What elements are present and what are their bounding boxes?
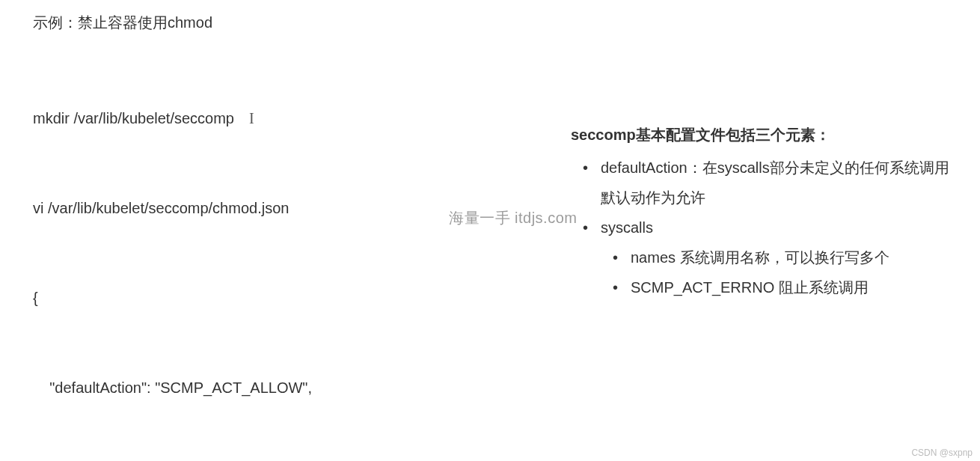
list-item: defaultAction：在syscalls部分未定义的任何系统调用默认动作为… xyxy=(571,153,960,213)
example-title: 示例：禁止容器使用chmod xyxy=(33,7,527,37)
json-line: "defaultAction": "SCMP_ACT_ALLOW", xyxy=(33,373,527,403)
code-line-vi: vi /var/lib/kubelet/seccomp/chmod.json xyxy=(33,193,527,223)
attribution-text: CSDN @sxpnp xyxy=(911,448,973,458)
explanation-heading: seccomp基本配置文件包括三个元素： xyxy=(571,120,960,150)
explanation-right-column: seccomp基本配置文件包括三个元素： defaultAction：在sysc… xyxy=(571,120,960,302)
explanation-list: defaultAction：在syscalls部分未定义的任何系统调用默认动作为… xyxy=(571,153,960,302)
code-line-mkdir: mkdir /var/lib/kubelet/seccompI xyxy=(33,103,527,133)
subitem-names: names 系统调用名称，可以换行写多个 xyxy=(631,249,889,266)
subitem-errno: SCMP_ACT_ERRNO 阻止系统调用 xyxy=(631,279,869,296)
item-default-action: defaultAction：在syscalls部分未定义的任何系统调用默认动作为… xyxy=(601,159,949,206)
list-item: names 系统调用名称，可以换行写多个 xyxy=(601,242,960,272)
list-item: SCMP_ACT_ERRNO 阻止系统调用 xyxy=(601,272,960,302)
cmd-mkdir: mkdir /var/lib/kubelet/seccomp xyxy=(33,110,234,126)
explanation-sublist: names 系统调用名称，可以换行写多个 SCMP_ACT_ERRNO 阻止系统… xyxy=(601,242,960,302)
json-line: { xyxy=(33,283,527,313)
item-syscalls: syscalls xyxy=(601,219,653,236)
example-left-column: 示例：禁止容器使用chmod mkdir /var/lib/kubelet/se… xyxy=(33,7,527,461)
code-block: mkdir /var/lib/kubelet/seccompI vi /var/… xyxy=(33,43,527,461)
text-cursor-icon: I xyxy=(249,103,254,133)
list-item: syscalls names 系统调用名称，可以换行写多个 SCMP_ACT_E… xyxy=(571,213,960,302)
